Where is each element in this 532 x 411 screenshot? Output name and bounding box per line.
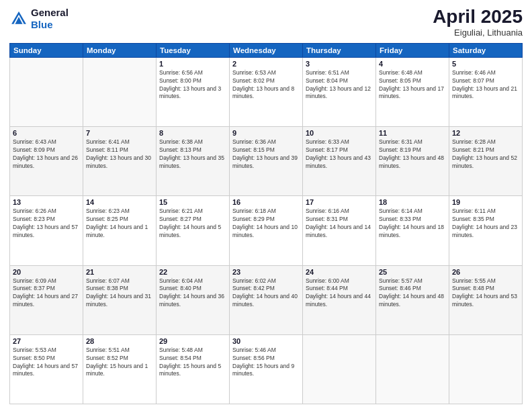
logo-text: General Blue <box>31 7 69 31</box>
day-number: 26 <box>452 268 519 276</box>
day-number: 27 <box>13 337 80 345</box>
calendar-cell-w3-d4: 16Sunrise: 6:18 AMSunset: 8:29 PMDayligh… <box>230 196 303 265</box>
header-sunday: Sunday <box>10 43 83 57</box>
calendar-cell-w4-d6: 25Sunrise: 5:57 AMSunset: 8:46 PMDayligh… <box>376 265 449 334</box>
page: General Blue April 2025 Eiguliai, Lithua… <box>0 0 532 411</box>
day-info: Sunrise: 6:56 AMSunset: 8:00 PMDaylight:… <box>159 69 226 101</box>
day-number: 28 <box>86 337 153 345</box>
day-info: Sunrise: 6:00 AMSunset: 8:44 PMDaylight:… <box>306 277 373 310</box>
title-block: April 2025 Eiguliai, Lithuania <box>433 7 523 38</box>
day-number: 22 <box>159 268 226 276</box>
calendar-cell-w1-d5: 3Sunrise: 6:51 AMSunset: 8:04 PMDaylight… <box>303 57 376 126</box>
day-number: 17 <box>306 198 373 206</box>
day-info: Sunrise: 6:02 AMSunset: 8:42 PMDaylight:… <box>232 277 300 310</box>
day-info: Sunrise: 6:04 AMSunset: 8:40 PMDaylight:… <box>159 277 226 310</box>
calendar-cell-w1-d3: 1Sunrise: 6:56 AMSunset: 8:00 PMDaylight… <box>157 57 230 126</box>
day-number: 20 <box>13 268 80 276</box>
calendar-cell-w1-d7: 5Sunrise: 6:46 AMSunset: 8:07 PMDaylight… <box>449 57 523 126</box>
day-number: 5 <box>452 60 519 68</box>
day-info: Sunrise: 6:07 AMSunset: 8:38 PMDaylight:… <box>86 277 153 310</box>
calendar-cell-w5-d3: 29Sunrise: 5:48 AMSunset: 8:54 PMDayligh… <box>157 334 230 404</box>
day-info: Sunrise: 6:23 AMSunset: 8:25 PMDaylight:… <box>86 208 153 240</box>
calendar-cell-w5-d4: 30Sunrise: 5:46 AMSunset: 8:56 PMDayligh… <box>230 334 303 404</box>
day-info: Sunrise: 6:33 AMSunset: 8:17 PMDaylight:… <box>306 138 373 171</box>
logo: General Blue <box>9 7 69 31</box>
day-info: Sunrise: 6:38 AMSunset: 8:13 PMDaylight:… <box>159 138 226 171</box>
calendar-cell-w2-d6: 11Sunrise: 6:31 AMSunset: 8:19 PMDayligh… <box>376 127 449 196</box>
day-info: Sunrise: 6:31 AMSunset: 8:19 PMDaylight:… <box>379 138 446 171</box>
day-info: Sunrise: 6:16 AMSunset: 8:31 PMDaylight:… <box>306 208 373 240</box>
calendar-week-2: 6Sunrise: 6:43 AMSunset: 8:09 PMDaylight… <box>10 127 523 196</box>
day-info: Sunrise: 6:43 AMSunset: 8:09 PMDaylight:… <box>13 138 80 171</box>
day-info: Sunrise: 6:11 AMSunset: 8:35 PMDaylight:… <box>452 208 519 240</box>
calendar-week-4: 20Sunrise: 6:09 AMSunset: 8:37 PMDayligh… <box>10 265 523 334</box>
day-number: 18 <box>379 198 446 206</box>
calendar-table: Sunday Monday Tuesday Wednesday Thursday… <box>9 43 523 404</box>
day-number: 19 <box>452 198 519 206</box>
calendar-cell-w1-d1 <box>10 57 83 126</box>
calendar-week-3: 13Sunrise: 6:26 AMSunset: 8:23 PMDayligh… <box>10 196 523 265</box>
day-number: 21 <box>86 268 153 276</box>
day-number: 24 <box>306 268 373 276</box>
calendar-cell-w1-d2 <box>83 57 157 126</box>
day-number: 2 <box>232 60 300 68</box>
calendar-cell-w4-d1: 20Sunrise: 6:09 AMSunset: 8:37 PMDayligh… <box>10 265 83 334</box>
calendar-cell-w2-d4: 9Sunrise: 6:36 AMSunset: 8:15 PMDaylight… <box>230 127 303 196</box>
day-number: 15 <box>159 198 226 206</box>
calendar-cell-w4-d2: 21Sunrise: 6:07 AMSunset: 8:38 PMDayligh… <box>83 265 157 334</box>
month-title: April 2025 <box>433 7 523 28</box>
day-info: Sunrise: 6:18 AMSunset: 8:29 PMDaylight:… <box>232 208 300 240</box>
calendar-cell-w3-d5: 17Sunrise: 6:16 AMSunset: 8:31 PMDayligh… <box>303 196 376 265</box>
day-info: Sunrise: 6:21 AMSunset: 8:27 PMDaylight:… <box>159 208 226 240</box>
calendar-cell-w4-d5: 24Sunrise: 6:00 AMSunset: 8:44 PMDayligh… <box>303 265 376 334</box>
calendar-cell-w4-d4: 23Sunrise: 6:02 AMSunset: 8:42 PMDayligh… <box>230 265 303 334</box>
day-number: 10 <box>306 129 373 137</box>
calendar-cell-w3-d2: 14Sunrise: 6:23 AMSunset: 8:25 PMDayligh… <box>83 196 157 265</box>
calendar-week-5: 27Sunrise: 5:53 AMSunset: 8:50 PMDayligh… <box>10 334 523 404</box>
day-info: Sunrise: 6:48 AMSunset: 8:05 PMDaylight:… <box>379 69 446 101</box>
day-info: Sunrise: 6:14 AMSunset: 8:33 PMDaylight:… <box>379 208 446 240</box>
calendar-cell-w5-d2: 28Sunrise: 5:51 AMSunset: 8:52 PMDayligh… <box>83 334 157 404</box>
day-number: 6 <box>13 129 80 137</box>
day-number: 11 <box>379 129 446 137</box>
calendar-cell-w2-d5: 10Sunrise: 6:33 AMSunset: 8:17 PMDayligh… <box>303 127 376 196</box>
day-info: Sunrise: 5:51 AMSunset: 8:52 PMDaylight:… <box>86 347 153 379</box>
header-thursday: Thursday <box>303 43 376 57</box>
header-tuesday: Tuesday <box>157 43 230 57</box>
logo-icon <box>9 9 28 28</box>
day-number: 30 <box>232 337 300 345</box>
day-info: Sunrise: 6:09 AMSunset: 8:37 PMDaylight:… <box>13 277 80 310</box>
header-monday: Monday <box>83 43 157 57</box>
calendar-cell-w3-d1: 13Sunrise: 6:26 AMSunset: 8:23 PMDayligh… <box>10 196 83 265</box>
day-info: Sunrise: 6:46 AMSunset: 8:07 PMDaylight:… <box>452 69 519 101</box>
header-friday: Friday <box>376 43 449 57</box>
day-info: Sunrise: 5:55 AMSunset: 8:48 PMDaylight:… <box>452 277 519 310</box>
day-number: 29 <box>159 337 226 345</box>
day-number: 23 <box>232 268 300 276</box>
header-saturday: Saturday <box>449 43 523 57</box>
day-number: 4 <box>379 60 446 68</box>
calendar-cell-w4-d7: 26Sunrise: 5:55 AMSunset: 8:48 PMDayligh… <box>449 265 523 334</box>
day-number: 8 <box>159 129 226 137</box>
day-info: Sunrise: 5:46 AMSunset: 8:56 PMDaylight:… <box>232 347 300 379</box>
day-number: 25 <box>379 268 446 276</box>
day-number: 14 <box>86 198 153 206</box>
day-info: Sunrise: 6:36 AMSunset: 8:15 PMDaylight:… <box>232 138 300 171</box>
day-number: 3 <box>306 60 373 68</box>
calendar-cell-w4-d3: 22Sunrise: 6:04 AMSunset: 8:40 PMDayligh… <box>157 265 230 334</box>
calendar-cell-w1-d6: 4Sunrise: 6:48 AMSunset: 8:05 PMDaylight… <box>376 57 449 126</box>
day-number: 16 <box>232 198 300 206</box>
day-info: Sunrise: 6:28 AMSunset: 8:21 PMDaylight:… <box>452 138 519 171</box>
calendar-cell-w2-d2: 7Sunrise: 6:41 AMSunset: 8:11 PMDaylight… <box>83 127 157 196</box>
calendar-cell-w3-d6: 18Sunrise: 6:14 AMSunset: 8:33 PMDayligh… <box>376 196 449 265</box>
header-wednesday: Wednesday <box>230 43 303 57</box>
calendar-cell-w5-d5 <box>303 334 376 404</box>
day-info: Sunrise: 6:51 AMSunset: 8:04 PMDaylight:… <box>306 69 373 101</box>
calendar-cell-w5-d7 <box>449 334 523 404</box>
day-info: Sunrise: 5:53 AMSunset: 8:50 PMDaylight:… <box>13 347 80 379</box>
day-number: 9 <box>232 129 300 137</box>
calendar-cell-w1-d4: 2Sunrise: 6:53 AMSunset: 8:02 PMDaylight… <box>230 57 303 126</box>
calendar-cell-w3-d3: 15Sunrise: 6:21 AMSunset: 8:27 PMDayligh… <box>157 196 230 265</box>
day-info: Sunrise: 5:48 AMSunset: 8:54 PMDaylight:… <box>159 347 226 379</box>
day-number: 13 <box>13 198 80 206</box>
